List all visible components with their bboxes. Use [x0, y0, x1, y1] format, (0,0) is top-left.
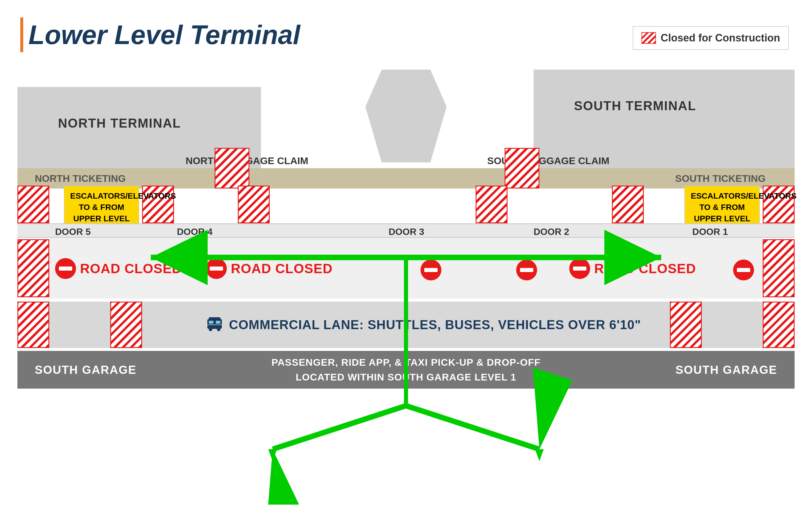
page-title: Lower Level Terminal	[28, 20, 300, 50]
map-container: NORTH TERMINAL SOUTH TERMINAL NORTH TICK…	[17, 69, 795, 505]
south-garage-left: SOUTH GARAGE	[35, 363, 137, 377]
doors-strip: DOOR 5 DOOR 4 DOOR 3 DOOR 2 DOOR 1	[17, 223, 795, 238]
north-terminal-label: NORTH TERMINAL	[58, 116, 181, 130]
hatch-left-3	[238, 186, 270, 223]
svg-line-12	[272, 406, 406, 449]
south-garage-bar: SOUTH GARAGE PASSENGER, RIDE APP, & TAXI…	[17, 351, 795, 388]
commercial-hatch-left-2	[110, 302, 142, 348]
north-escalator-box: ESCALATORS/ELEVATORS TO & FROM UPPER LEV…	[64, 186, 139, 229]
center-connector	[365, 69, 447, 162]
south-escalator-box: ESCALATORS/ELEVATORS TO & FROM UPPER LEV…	[684, 186, 760, 229]
svg-rect-3	[216, 321, 220, 324]
south-baggage-hatch	[505, 148, 540, 188]
page-title-area: Lower Level Terminal	[20, 17, 300, 52]
svg-point-4	[209, 328, 212, 331]
svg-rect-2	[209, 321, 214, 324]
no-entry-icon-4	[516, 260, 537, 280]
svg-line-13	[406, 406, 540, 449]
door1-label: DOOR 1	[692, 226, 728, 237]
bus-icon	[206, 316, 223, 334]
road-closed-text-2: ROAD CLOSED	[231, 261, 333, 276]
svg-rect-1	[209, 317, 220, 321]
door5-label: DOOR 5	[55, 226, 91, 237]
road-closed-sign-3: ROAD CLOSED	[569, 258, 696, 279]
svg-point-5	[217, 328, 220, 331]
commercial-lane: COMMERCIAL LANE: SHUTTLES, BUSES, VEHICL…	[17, 302, 795, 348]
hatch-right-1	[475, 186, 508, 223]
hatch-left-1	[17, 186, 49, 223]
legend-box: Closed for Construction	[633, 26, 789, 50]
garage-center: PASSENGER, RIDE APP, & TAXI PICK-UP & DR…	[271, 355, 541, 384]
hatch-right-2	[612, 186, 644, 223]
south-terminal-building	[534, 69, 795, 168]
svg-marker-14	[268, 449, 277, 461]
svg-marker-15	[535, 449, 544, 461]
title-accent-bar	[20, 17, 23, 52]
commercial-hatch-left-1	[17, 302, 49, 348]
door4-label: DOOR 4	[177, 226, 212, 237]
no-entry-icon-1	[55, 258, 76, 279]
road-closed-text-1: ROAD CLOSED	[80, 261, 182, 276]
legend-label: Closed for Construction	[661, 32, 780, 44]
road-closed-sign-2: ROAD CLOSED	[206, 258, 333, 279]
commercial-hatch-right-2	[763, 302, 795, 348]
legend-hatch-icon	[642, 32, 656, 44]
door2-label: DOOR 2	[534, 226, 569, 237]
commercial-lane-text: COMMERCIAL LANE: SHUTTLES, BUSES, VEHICL…	[229, 318, 641, 332]
road-closed-sign-1: ROAD CLOSED	[55, 258, 182, 279]
road-hatch-far-left	[17, 239, 49, 297]
no-entry-icon-2	[206, 258, 227, 279]
no-entry-icon-5	[569, 258, 590, 279]
south-terminal-label: SOUTH TERMINAL	[510, 99, 760, 113]
commercial-hatch-right-1	[670, 302, 702, 348]
no-entry-icon-3	[421, 260, 441, 280]
south-ticketing-label: SOUTH TICKETING	[675, 173, 766, 184]
door3-label: DOOR 3	[389, 226, 424, 237]
road-closed-text-3: ROAD CLOSED	[594, 261, 696, 276]
south-garage-right: SOUTH GARAGE	[675, 363, 777, 377]
no-entry-icon-6	[733, 260, 754, 280]
road-hatch-far-right	[763, 239, 795, 297]
north-baggage-hatch	[215, 148, 249, 188]
north-ticketing-label: NORTH TICKETING	[35, 173, 126, 184]
